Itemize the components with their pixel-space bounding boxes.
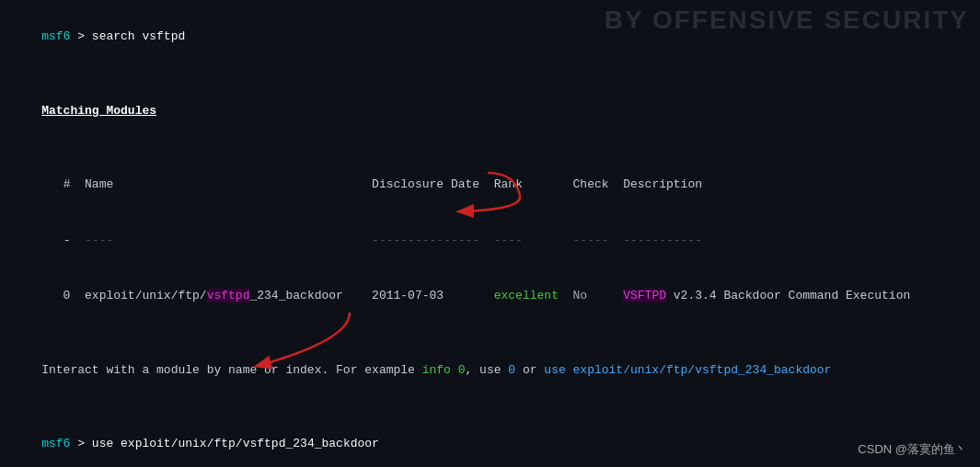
check-no: No <box>573 289 588 302</box>
matching-modules-title: Matching Modules <box>13 84 967 139</box>
watermark: BY OFFENSIVE SECURITY <box>594 0 980 40</box>
csdn-watermark: CSDN @落寞的鱼丶 <box>858 441 967 458</box>
prompt-2: msf6 <box>41 437 70 450</box>
section-title: Matching Modules <box>41 104 156 118</box>
desc-highlight: VSFTPD <box>623 289 666 302</box>
terminal: BY OFFENSIVE SECURITY msf6 > search vsft… <box>0 0 980 467</box>
divider-1 <box>13 139 967 157</box>
prompt-1: msf6 <box>41 29 70 43</box>
interact-msg: Interact with a module by name or index.… <box>13 343 967 398</box>
info-link: info 0 <box>422 363 466 377</box>
rank-excellent: excellent <box>494 289 559 302</box>
col-headers: # Name Disclosure Date Rank Check Descri… <box>13 157 967 212</box>
blank-3 <box>13 398 967 416</box>
cmd-search: > search vsftpd <box>70 29 185 43</box>
blank-2 <box>13 324 967 342</box>
highlight-vsftpd-1: vsftpd <box>207 289 250 302</box>
col-sep: - ---- --------------- ---- ----- ------… <box>13 213 967 268</box>
line-use: msf6 > use exploit/unix/ftp/vsftpd_234_b… <box>13 416 967 467</box>
module-row-0: 0 exploit/unix/ftp/vsftpd_234_backdoor 2… <box>13 268 967 324</box>
use-link-full: use exploit/unix/ftp/vsftpd_234_backdoor <box>544 363 831 377</box>
blank-1 <box>13 64 967 83</box>
use-link-0: 0 <box>508 363 515 377</box>
